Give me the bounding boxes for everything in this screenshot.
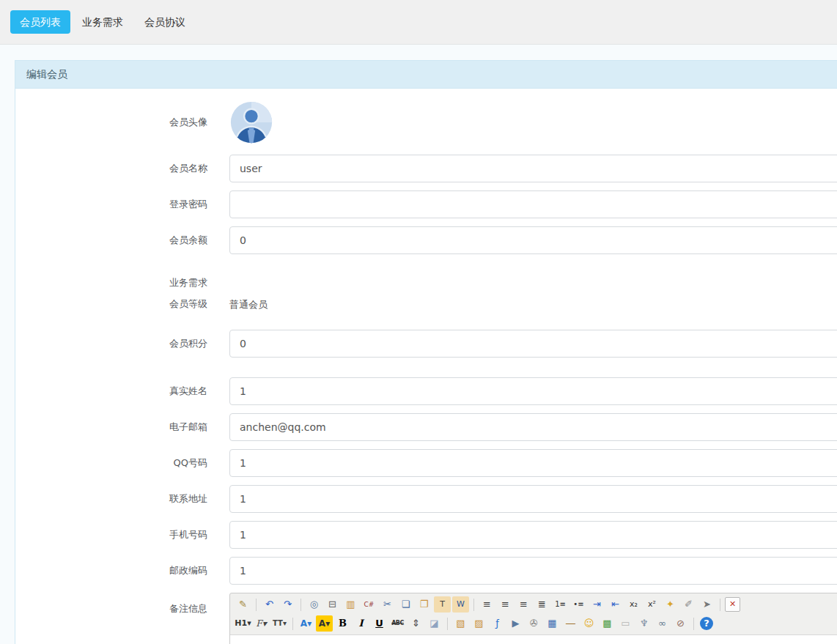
paste-icon[interactable]: ❐ (416, 596, 432, 612)
print-icon[interactable]: ⊟ (324, 596, 341, 612)
member-level-row: 会员等级 普通会员 (15, 296, 837, 312)
anchor-icon[interactable]: ♆ (635, 615, 652, 632)
member-avatar[interactable] (229, 100, 273, 144)
flash-icon[interactable]: ƒ (489, 615, 506, 632)
paste-word-icon[interactable]: W (452, 596, 469, 612)
table-icon[interactable]: ▦ (544, 615, 561, 632)
mobile-number-input[interactable] (229, 521, 837, 549)
underline-icon[interactable]: U (371, 615, 388, 632)
align-left-icon[interactable]: ≡ (479, 596, 495, 612)
real-name-label: 真实姓名 (15, 384, 207, 399)
source-html-icon[interactable]: ✎ (235, 596, 251, 612)
default-avatar-icon (229, 100, 273, 144)
qq-number-input[interactable] (229, 449, 837, 477)
member-balance-label: 会员余额 (15, 233, 207, 248)
zip-code-input[interactable] (229, 557, 837, 585)
paste-text-icon[interactable]: T (434, 596, 451, 612)
quick-format-icon[interactable]: ✐ (680, 596, 697, 612)
business-needs-row: 业务需求 (15, 275, 837, 290)
cut-icon[interactable]: ✂ (379, 596, 396, 612)
editor-content[interactable] (230, 635, 837, 644)
page: 会员列表 业务需求 会员协议 编辑会员 会员头像 (0, 0, 837, 644)
ordered-list-icon[interactable]: 1≡ (552, 596, 569, 612)
contact-address-label: 联系地址 (15, 492, 207, 506)
member-points-label: 会员积分 (15, 336, 207, 351)
fontname-icon[interactable]: F▾ (253, 615, 270, 632)
code-icon[interactable]: C# (361, 596, 377, 612)
member-avatar-label: 会员头像 (15, 115, 207, 130)
fontsize-icon[interactable]: TT▾ (271, 615, 288, 632)
media-icon[interactable]: ▶ (507, 615, 524, 632)
about-icon[interactable]: ? (700, 617, 713, 630)
link-icon[interactable]: ∞ (654, 615, 671, 632)
tab-member-list[interactable]: 会员列表 (10, 10, 70, 34)
remarks-label: 备注信息 (15, 593, 207, 616)
formatblock-icon[interactable]: H1▾ (235, 615, 251, 632)
indent-icon[interactable]: ⇥ (589, 596, 605, 612)
italic-icon[interactable]: I (353, 615, 369, 632)
login-password-input[interactable] (229, 190, 837, 218)
lineheight-icon[interactable]: ⇕ (408, 615, 424, 632)
toolbar-separator (300, 599, 301, 611)
removeformat-icon[interactable]: ◪ (426, 615, 443, 632)
forecolor-icon[interactable]: A▾ (298, 615, 314, 632)
unordered-list-icon[interactable]: •≡ (570, 596, 587, 612)
remarks-editor: ✎↶↷◎⊟▥C#✂❏❐TW≡≡≡≣1≡•≡⇥⇤x₂x²✦✐➤✕H1▾F▾TT▾A… (229, 593, 837, 644)
undo-icon[interactable]: ↶ (261, 596, 278, 612)
multi-image-icon[interactable]: ▨ (471, 615, 487, 632)
map-icon[interactable]: ▩ (599, 615, 616, 632)
bold-icon[interactable]: B (334, 615, 351, 632)
image-icon[interactable]: ▧ (452, 615, 469, 632)
qq-number-row: QQ号码 (15, 449, 837, 477)
edit-member-panel: 编辑会员 会员头像 (15, 60, 837, 644)
unlink-icon[interactable]: ⊘ (672, 615, 689, 632)
superscript-icon[interactable]: x² (644, 596, 660, 612)
toolbar-separator (693, 618, 694, 630)
clear-format-icon[interactable]: ✦ (662, 596, 679, 612)
real-name-input[interactable] (229, 377, 837, 405)
login-password-row: 登录密码 (15, 190, 837, 218)
toolbar-separator (256, 599, 257, 611)
member-points-input[interactable] (229, 330, 837, 358)
subscript-icon[interactable]: x₂ (625, 596, 642, 612)
member-name-row: 会员名称 (15, 155, 837, 182)
tab-member-agreement[interactable]: 会员协议 (135, 10, 195, 34)
contact-address-input[interactable] (229, 485, 837, 513)
align-justify-icon[interactable]: ≣ (534, 596, 550, 612)
outdent-icon[interactable]: ⇤ (607, 596, 624, 612)
contact-address-row: 联系地址 (15, 485, 837, 513)
horizontal-rule-icon[interactable]: ― (562, 615, 579, 632)
preview-icon[interactable]: ◎ (306, 596, 322, 612)
member-level-label: 会员等级 (15, 297, 207, 311)
panel-title: 编辑会员 (15, 61, 837, 89)
pagebreak-icon[interactable]: ▭ (617, 615, 634, 632)
member-points-row: 会员积分 (15, 330, 837, 358)
member-level-value: 普通会员 (229, 299, 268, 310)
real-name-row: 真实姓名 (15, 377, 837, 405)
login-password-label: 登录密码 (15, 197, 207, 212)
emoticons-icon[interactable]: ☺ (580, 615, 597, 632)
template-icon[interactable]: ▥ (342, 596, 359, 612)
strikethrough-icon[interactable]: ABC (389, 615, 406, 632)
member-name-label: 会员名称 (15, 161, 207, 176)
select-all-icon[interactable]: ➤ (698, 596, 715, 612)
insert-file-icon[interactable]: ✇ (526, 615, 542, 632)
mobile-number-row: 手机号码 (15, 521, 837, 549)
member-name-input[interactable] (229, 155, 837, 182)
copy-icon[interactable]: ❏ (397, 596, 414, 612)
qq-number-label: QQ号码 (15, 456, 207, 470)
toolbar-separator (720, 599, 720, 611)
email-label: 电子邮箱 (15, 420, 207, 434)
tab-business-needs[interactable]: 业务需求 (73, 10, 133, 34)
align-center-icon[interactable]: ≡ (497, 596, 514, 612)
zip-code-label: 邮政编码 (15, 563, 207, 578)
email-input[interactable] (229, 413, 837, 441)
member-balance-input[interactable] (229, 226, 837, 254)
mobile-number-label: 手机号码 (15, 528, 207, 542)
align-right-icon[interactable]: ≡ (515, 596, 532, 612)
redo-icon[interactable]: ↷ (279, 596, 296, 612)
toolbar-separator (292, 618, 293, 630)
hilitecolor-icon[interactable]: A▾ (316, 615, 333, 632)
fullscreen-icon[interactable]: ✕ (725, 597, 740, 612)
remarks-row: 备注信息 ✎↶↷◎⊟▥C#✂❏❐TW≡≡≡≣1≡•≡⇥⇤x₂x²✦✐➤✕H1▾F… (15, 593, 837, 644)
